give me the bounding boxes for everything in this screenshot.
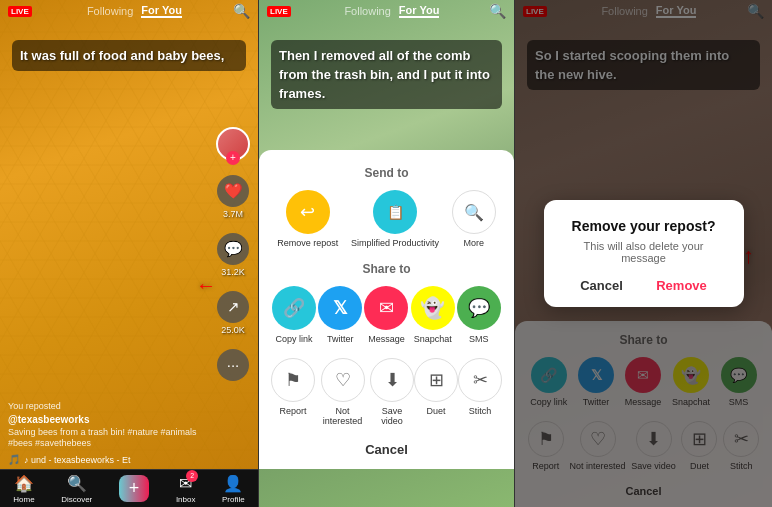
stitch-btn[interactable]: ✂ Stitch	[458, 358, 502, 426]
snapchat-label: Snapchat	[414, 334, 452, 344]
modal-buttons: Cancel Remove	[564, 278, 724, 293]
sms-label: SMS	[469, 334, 489, 344]
save-video-btn[interactable]: ⬇ Save video	[370, 358, 414, 426]
twitter-label: Twitter	[327, 334, 354, 344]
caption-overlay-2: Then I removed all of the comb from the …	[271, 40, 502, 109]
duet-btn[interactable]: ⊞ Duet	[414, 358, 458, 426]
snapchat-btn[interactable]: 👻 Snapchat	[411, 286, 455, 344]
music-text-1: ♪ und - texasbeeworks - Et	[24, 455, 131, 465]
remove-repost-icon: ↩	[286, 190, 330, 234]
profile-icon-1: 👤	[223, 474, 243, 493]
live-badge-2: LIVE	[267, 6, 291, 17]
more-icon-1: ···	[217, 349, 249, 381]
header-2: LIVE Following For You 🔍	[259, 0, 514, 22]
message-icon: ✉	[364, 286, 408, 330]
header-tabs-1: Following For You	[36, 4, 233, 18]
share-actions-row: ⚑ Report ♡ Not interested ⬇ Save video ⊞…	[271, 358, 502, 426]
caption-overlay-1: It was full of food and baby bees,	[12, 40, 246, 71]
following-tab-2[interactable]: Following	[344, 5, 390, 17]
twitter-icon: 𝕏	[318, 286, 362, 330]
cancel-btn-2[interactable]: Cancel	[271, 436, 502, 459]
nav-profile-label-1: Profile	[222, 495, 245, 504]
inbox-icon-1: ✉ 2	[179, 474, 192, 493]
header-tabs-2: Following For You	[295, 4, 489, 18]
more-send-btn[interactable]: 🔍 More	[452, 190, 496, 248]
stitch-label: Stitch	[469, 406, 492, 416]
description-1: Saving bees from a trash bin! #nature #a…	[8, 427, 208, 450]
share-btn-1[interactable]: ↗ 25.0K	[217, 291, 249, 335]
panel-3: LIVE Following For You 🔍 So I started sc…	[515, 0, 772, 507]
copy-link-btn[interactable]: 🔗 Copy link	[272, 286, 316, 344]
copy-link-icon: 🔗	[272, 286, 316, 330]
remove-repost-modal: Remove your repost? This will also delet…	[544, 200, 744, 307]
twitter-btn[interactable]: 𝕏 Twitter	[318, 286, 362, 344]
not-interested-icon: ♡	[321, 358, 365, 402]
nav-inbox-label-1: Inbox	[176, 495, 196, 504]
like-count-1: 3.7M	[223, 209, 243, 219]
for-you-tab-2[interactable]: For You	[399, 4, 440, 18]
duet-label: Duet	[426, 406, 445, 416]
nav-discover-label-1: Discover	[61, 495, 92, 504]
red-arrow-1: ←	[196, 274, 216, 297]
follow-plus-1: +	[226, 151, 240, 165]
not-interested-btn[interactable]: ♡ Not interested	[315, 358, 370, 426]
plus-icon-1: +	[119, 475, 150, 502]
sms-btn[interactable]: 💬 SMS	[457, 286, 501, 344]
more-send-label: More	[463, 238, 484, 248]
nav-plus-1[interactable]: +	[119, 475, 150, 502]
send-to-title: Send to	[271, 166, 502, 180]
nav-discover-1[interactable]: 🔍 Discover	[61, 474, 92, 504]
share-to-row: 🔗 Copy link 𝕏 Twitter ✉ Message 👻 Snapch…	[271, 286, 502, 344]
username-1[interactable]: @texasbeeworks	[8, 414, 208, 425]
modal-cancel-btn[interactable]: Cancel	[580, 278, 623, 293]
heart-icon-1: ❤️	[217, 175, 249, 207]
message-btn[interactable]: ✉ Message	[364, 286, 408, 344]
comment-count-1: 31.2K	[221, 267, 245, 277]
header-1: LIVE Following For You 🔍	[0, 0, 258, 22]
for-you-tab-1[interactable]: For You	[141, 4, 182, 18]
share-to-title: Share to	[271, 262, 502, 276]
stitch-icon: ✂	[458, 358, 502, 402]
music-row-1: 🎵 ♪ und - texasbeeworks - Et	[8, 454, 208, 465]
remove-repost-label: Remove repost	[277, 238, 338, 248]
inbox-badge-1: 2	[186, 470, 198, 482]
comment-btn-1[interactable]: 💬 31.2K	[217, 233, 249, 277]
modal-overlay-3[interactable]: Remove your repost? This will also delet…	[515, 0, 772, 507]
panel-2: LIVE Following For You 🔍 Then I removed …	[258, 0, 515, 507]
simplified-productivity-btn[interactable]: 📋 Simplified Productivity	[351, 190, 439, 248]
more-send-icon: 🔍	[452, 190, 496, 234]
home-icon-1: 🏠	[14, 474, 34, 493]
nav-inbox-1[interactable]: ✉ 2 Inbox	[176, 474, 196, 504]
avatar-1: +	[216, 127, 250, 161]
nav-home-label-1: Home	[13, 495, 34, 504]
nav-home-1[interactable]: 🏠 Home	[13, 474, 34, 504]
caption-text-1: It was full of food and baby bees,	[20, 48, 224, 63]
save-video-icon: ⬇	[370, 358, 414, 402]
like-btn-1[interactable]: ❤️ 3.7M	[217, 175, 249, 219]
bottom-nav-1: 🏠 Home 🔍 Discover + ✉ 2 Inbox 👤 Profile	[0, 469, 258, 507]
report-label: Report	[279, 406, 306, 416]
more-btn-1[interactable]: ···	[217, 349, 249, 381]
comment-icon-1: 💬	[217, 233, 249, 265]
report-btn[interactable]: ⚑ Report	[271, 358, 315, 426]
not-interested-label: Not interested	[315, 406, 370, 426]
live-badge-1: LIVE	[8, 6, 32, 17]
panel-1: LIVE Following For You 🔍 It was full of …	[0, 0, 258, 507]
avatar-btn-1[interactable]: +	[216, 127, 250, 161]
following-tab-1[interactable]: Following	[87, 5, 133, 17]
repost-badge-1: You reposted	[8, 401, 208, 411]
caption-text-2: Then I removed all of the comb from the …	[279, 48, 490, 101]
search-icon-2[interactable]: 🔍	[489, 3, 506, 19]
share-count-1: 25.0K	[221, 325, 245, 335]
modal-title: Remove your repost?	[564, 218, 724, 234]
nav-profile-1[interactable]: 👤 Profile	[222, 474, 245, 504]
message-label: Message	[368, 334, 405, 344]
bottom-info-1: You reposted @texasbeeworks Saving bees …	[8, 401, 208, 465]
sms-icon: 💬	[457, 286, 501, 330]
save-video-label: Save video	[370, 406, 414, 426]
send-to-row: ↩ Remove repost 📋 Simplified Productivit…	[271, 190, 502, 248]
share-sheet-2: Send to ↩ Remove repost 📋 Simplified Pro…	[259, 150, 514, 469]
search-icon-1[interactable]: 🔍	[233, 3, 250, 19]
modal-remove-btn[interactable]: Remove	[656, 278, 707, 293]
remove-repost-btn[interactable]: ↩ Remove repost	[277, 190, 338, 248]
